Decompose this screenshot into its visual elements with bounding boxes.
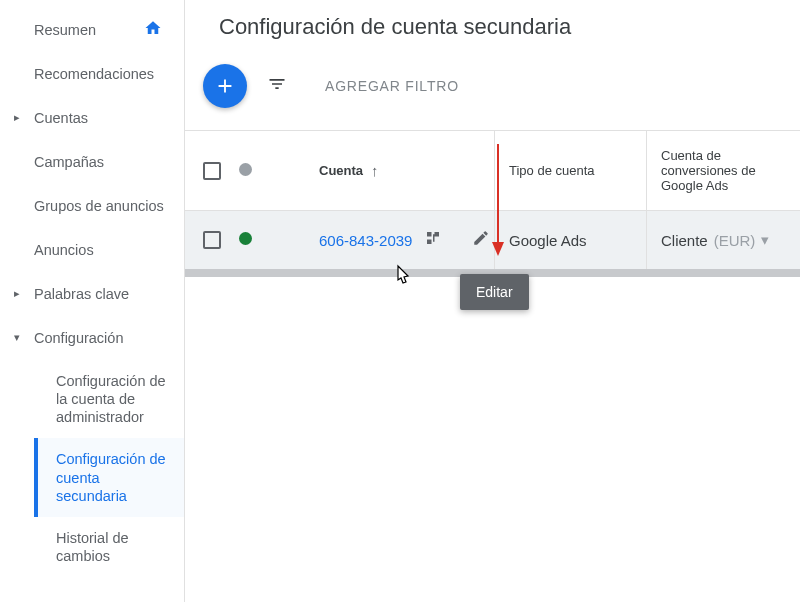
select-all-checkbox[interactable] — [185, 162, 239, 180]
edit-icon[interactable] — [472, 229, 490, 251]
dropdown-icon: ▾ — [761, 231, 769, 249]
sidebar-item-recomendaciones[interactable]: Recomendaciones — [0, 52, 184, 96]
sidebar-item-configuracion[interactable]: ▾ Configuración — [0, 316, 184, 360]
column-header-label: Cuenta — [319, 163, 363, 178]
page-title: Configuración de cuenta secundaria — [185, 0, 800, 58]
sidebar-item-historial-cambios[interactable]: Historial de cambios — [34, 517, 184, 577]
sidebar-item-label: Anuncios — [34, 241, 94, 259]
sidebar-submenu-configuracion: Configuración de la cuenta de administra… — [0, 360, 184, 577]
cell-account-type: Google Ads — [494, 211, 646, 269]
sidebar-item-anuncios[interactable]: Anuncios — [0, 228, 184, 272]
row-checkbox[interactable] — [185, 231, 239, 249]
sidebar-item-palabras-clave[interactable]: ▸ Palabras clave — [0, 272, 184, 316]
column-header-tipo-cuenta[interactable]: Tipo de cuenta — [494, 131, 646, 210]
toolbar: AGREGAR FILTRO — [185, 58, 800, 131]
sidebar-item-campanas[interactable]: Campañas — [0, 140, 184, 184]
filter-icon[interactable] — [267, 74, 287, 98]
sidebar-item-label: Resumen — [34, 21, 96, 39]
accounts-table: Cuenta ↑ Tipo de cuenta Cuenta de conver… — [185, 131, 800, 602]
sidebar-item-label: Campañas — [34, 153, 104, 171]
edit-tooltip: Editar — [460, 274, 529, 310]
status-indicator — [239, 231, 289, 249]
sidebar-item-label: Configuración de la cuenta de administra… — [56, 372, 168, 426]
sidebar-item-config-secundaria[interactable]: Configuración de cuenta secundaria — [34, 438, 184, 516]
add-button[interactable] — [203, 64, 247, 108]
client-label: Cliente — [661, 232, 708, 249]
column-header-conversiones[interactable]: Cuenta de conversiones de Google Ads — [646, 131, 800, 210]
sidebar-item-grupos-anuncios[interactable]: Grupos de anuncios — [0, 184, 184, 228]
sidebar-item-label: Grupos de anuncios — [34, 197, 164, 215]
status-dot-header — [239, 163, 289, 179]
sidebar-item-label: Cuentas — [34, 109, 88, 127]
plus-icon — [214, 75, 236, 97]
home-icon — [144, 19, 162, 41]
chevron-right-icon: ▸ — [14, 111, 20, 125]
sidebar-item-resumen[interactable]: Resumen — [0, 8, 184, 52]
sidebar-item-label: Recomendaciones — [34, 65, 154, 83]
sort-ascending-icon: ↑ — [371, 162, 379, 179]
account-id-link[interactable]: 606-843-2039 — [319, 232, 412, 249]
sidebar-item-label: Historial de cambios — [56, 529, 168, 565]
sidebar-item-config-admin[interactable]: Configuración de la cuenta de administra… — [34, 360, 184, 438]
sidebar-item-label: Configuración de cuenta secundaria — [56, 450, 168, 504]
column-header-label: Tipo de cuenta — [509, 163, 595, 178]
column-header-cuenta[interactable]: Cuenta ↑ — [289, 162, 494, 179]
table-header-row: Cuenta ↑ Tipo de cuenta Cuenta de conver… — [185, 131, 800, 211]
currency-label: (EUR) — [714, 232, 756, 249]
chevron-down-icon: ▾ — [14, 331, 20, 345]
add-filter-label[interactable]: AGREGAR FILTRO — [325, 78, 459, 94]
sidebar-item-label: Palabras clave — [34, 285, 129, 303]
column-header-label: Cuenta de conversiones de Google Ads — [661, 148, 800, 193]
chevron-right-icon: ▸ — [14, 287, 20, 301]
table-row[interactable]: 606-843-2039 Google Ads Cliente (EUR) ▾ — [185, 211, 800, 269]
sidebar: Resumen Recomendaciones ▸ Cuentas Campañ… — [0, 0, 185, 602]
sidebar-item-cuentas[interactable]: ▸ Cuentas — [0, 96, 184, 140]
sidebar-item-label: Configuración — [34, 329, 123, 347]
hierarchy-icon[interactable] — [424, 229, 442, 251]
cell-conversion-account[interactable]: Cliente (EUR) ▾ — [646, 211, 800, 269]
